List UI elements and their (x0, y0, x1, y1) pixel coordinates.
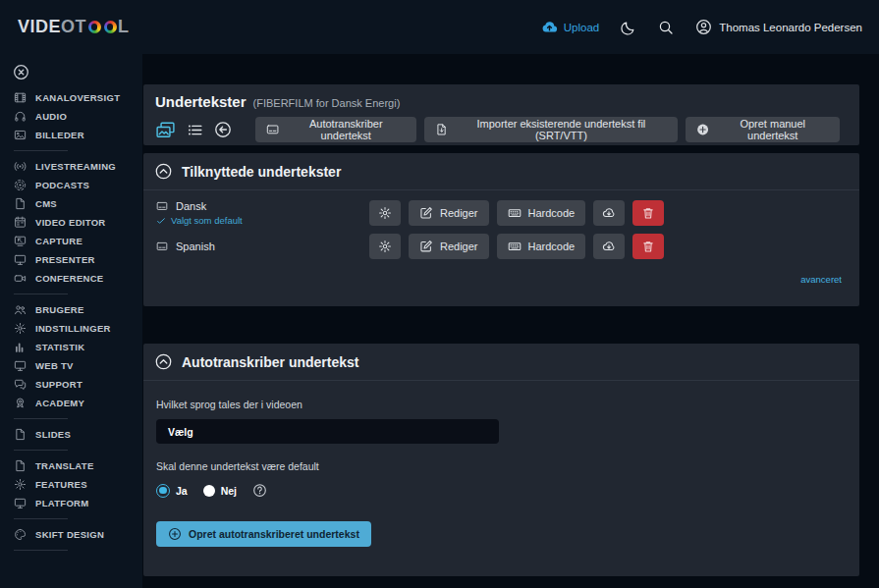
subtitle-row-dansk: Dansk Valgt som default Rediger Hardcode (155, 200, 848, 226)
trash-icon (641, 206, 655, 220)
cloud-download-icon (602, 240, 616, 253)
sidebar-item-audio[interactable]: AUDIO (0, 107, 142, 126)
download-subtitle-button[interactable] (593, 234, 625, 259)
logo-text: VIDE (18, 17, 61, 37)
keyboard-icon (508, 206, 522, 220)
sidebar-item-cms[interactable]: CMS (0, 194, 142, 213)
upload-label: Upload (564, 22, 599, 33)
advanced-link[interactable]: avanceret (800, 274, 842, 285)
subtitle-settings-button[interactable] (369, 200, 401, 226)
subtitle-language: Dansk (176, 200, 206, 212)
list-view-icon[interactable] (187, 122, 203, 138)
attached-subtitles-panel: Tilknyttede undertekster Dansk Valgt som… (143, 153, 859, 306)
divider (14, 450, 68, 451)
collapse-chevron-up-icon (155, 163, 172, 180)
subtitle-settings-button[interactable] (369, 234, 401, 259)
gear-icon (378, 206, 392, 220)
sidebar-item-presenter[interactable]: PRESENTER (0, 250, 142, 269)
gear-icon (378, 240, 392, 253)
autotranscribe-subtitle-button[interactable]: Autotranskriber undertekst (255, 117, 416, 142)
divider (14, 550, 68, 551)
language-select[interactable]: Vælg (156, 419, 499, 444)
hardcode-subtitle-button[interactable]: Hardcode (497, 234, 586, 259)
autotranscribe-header[interactable]: Autotranskriber undertekst (143, 344, 859, 381)
delete-subtitle-button[interactable] (632, 200, 664, 226)
divider (14, 418, 68, 419)
chat-icon (14, 378, 27, 391)
radio-yes[interactable]: Ja (156, 484, 188, 498)
radio-no[interactable]: Nej (203, 485, 237, 497)
user-avatar-icon (695, 19, 712, 35)
edit-subtitle-button[interactable]: Rediger (409, 200, 489, 226)
section-title: Autotranskriber undertekst (182, 354, 358, 370)
badge-icon (14, 397, 27, 409)
sidebar-item-brugere[interactable]: BRUGERE (0, 300, 142, 319)
user-menu[interactable]: Thomas Leonardo Pedersen (695, 19, 862, 35)
radio-unselected-icon (203, 485, 215, 497)
sidebar-nav: KANALOVERSIGT AUDIO BILLEDER LIVESTREAMI… (0, 54, 142, 551)
logo-ring-icon (104, 21, 117, 33)
create-autotranscribed-subtitle-button[interactable]: Opret autotranskriberet undertekst (156, 521, 371, 547)
sidebar-item-statistik[interactable]: STATISTIK (0, 338, 142, 356)
sidebar-item-livestreaming[interactable]: LIVESTREAMING (0, 157, 142, 176)
monitor-icon (14, 359, 27, 372)
monitor-icon (14, 497, 27, 509)
download-subtitle-button[interactable] (593, 200, 625, 226)
logo[interactable]: VIDEOTL (18, 0, 130, 54)
sidebar-item-podcasts[interactable]: PODCASTS (0, 176, 142, 194)
sidebar-item-web-tv[interactable]: WEB TV (0, 356, 142, 375)
attached-subtitles-header[interactable]: Tilknyttede undertekster (143, 153, 859, 190)
sidebar-item-support[interactable]: SUPPORT (0, 375, 142, 394)
broadcast-icon (14, 160, 27, 173)
sidebar-item-conference[interactable]: CONFERENCE (0, 269, 142, 288)
sidebar-item-kanaloversigt[interactable]: KANALOVERSIGT (0, 88, 142, 107)
create-manual-subtitle-button[interactable]: Opret manuel undertekst (686, 117, 840, 142)
sidebar-item-translate[interactable]: TRANSLATE (0, 456, 142, 475)
sidebar-item-indstillinger[interactable]: INDSTILLINGER (0, 319, 142, 338)
delete-subtitle-button[interactable] (632, 234, 664, 259)
help-question-icon[interactable] (252, 483, 267, 498)
edit-subtitle-button[interactable]: Rediger (409, 234, 489, 259)
divider (14, 518, 68, 519)
sidebar-item-academy[interactable]: ACADEMY (0, 394, 142, 412)
podcast-icon (14, 179, 27, 191)
default-status-badge: Valgt som default (156, 215, 369, 226)
upload-button[interactable]: Upload (541, 19, 599, 35)
subtitle-icon (266, 123, 279, 136)
check-icon (156, 216, 166, 226)
thumbnails-icon[interactable] (155, 121, 176, 139)
cloud-download-icon (602, 206, 616, 220)
default-question-label: Skal denne undertekst være default (156, 460, 847, 472)
page-title: Undertekster (155, 93, 247, 110)
search-icon[interactable] (658, 20, 674, 35)
monitor-icon (14, 253, 27, 266)
close-sidebar-icon[interactable] (13, 64, 29, 80)
sidebar-item-billeder[interactable]: BILLEDER (0, 126, 142, 144)
screen-capture-icon (14, 235, 27, 247)
sidebar-item-slides[interactable]: SLIDES (0, 425, 142, 444)
sidebar-item-features[interactable]: FEATURES (0, 475, 142, 494)
import-subtitle-file-button[interactable]: Importer eksisterende undertekst fil (SR… (424, 117, 678, 142)
sidebar-item-skift-design[interactable]: SKIFT DESIGN (0, 525, 142, 544)
bar-chart-icon (14, 341, 27, 353)
sidebar-item-capture[interactable]: CAPTURE (0, 232, 142, 250)
radio-selected-icon (156, 484, 170, 498)
subtitle-icon (155, 241, 169, 252)
hardcode-subtitle-button[interactable]: Hardcode (497, 200, 586, 226)
topbar-actions: Upload Thomas Leonardo Pedersen (541, 0, 862, 54)
sidebar-item-platform[interactable]: PLATFORM (0, 494, 142, 512)
sidebar-item-video-editor[interactable]: VIDEO EDITOR (0, 213, 142, 232)
back-arrow-circle-icon[interactable] (214, 121, 232, 138)
page-subtitle: (FIBERFILM for Dansk Energi) (253, 97, 401, 109)
dark-mode-moon-icon[interactable] (621, 20, 636, 35)
page-header-panel: Undertekster (FIBERFILM for Dansk Energi… (143, 84, 859, 145)
image-icon (14, 129, 27, 141)
video-camera-icon (14, 272, 27, 285)
palette-icon (14, 528, 27, 541)
divider (14, 150, 68, 151)
file-import-icon (435, 123, 448, 136)
sidebar: KANALOVERSIGT AUDIO BILLEDER LIVESTREAMI… (0, 54, 142, 588)
document-icon (14, 428, 27, 441)
subtitle-row-spanish: Spanish Rediger Hardcode (155, 234, 848, 259)
edit-pencil-icon (419, 206, 433, 220)
